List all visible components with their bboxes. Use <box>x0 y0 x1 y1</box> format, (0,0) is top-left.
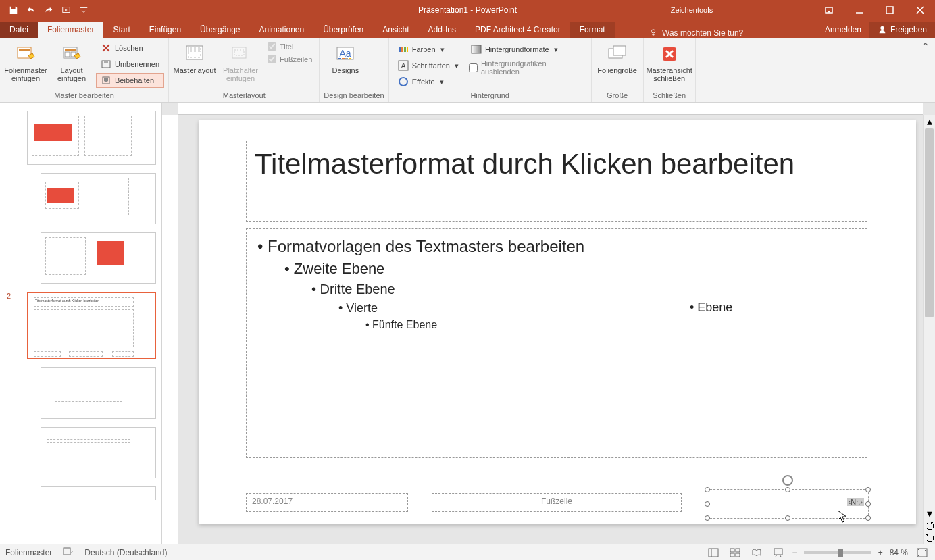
layout-thumbnail-2[interactable] <box>41 232 156 284</box>
title-checkbox[interactable]: Titel <box>265 41 315 52</box>
spell-check-icon[interactable] <box>63 546 74 558</box>
tab-format[interactable]: Format <box>570 22 615 38</box>
window-controls <box>813 0 935 20</box>
content-area: 2 Titelmasterformat durch Klicken bearbe… <box>0 103 935 544</box>
share-button[interactable]: Freigeben <box>869 22 935 38</box>
zoom-in-button[interactable]: + <box>878 548 883 557</box>
insert-layout-button[interactable]: Layout einfügen <box>50 41 93 90</box>
tell-me-search[interactable]: Was möchten Sie tun? <box>649 28 743 38</box>
resize-handle-nw[interactable] <box>705 487 710 492</box>
effects-button[interactable]: Effekte▾ <box>393 74 463 89</box>
scroll-down-button[interactable]: ▾ <box>924 507 935 519</box>
status-language[interactable]: Deutsch (Deutschland) <box>84 548 167 557</box>
layout-thumbnail-4[interactable] <box>41 427 156 478</box>
svg-rect-30 <box>399 47 401 52</box>
footer-placeholder[interactable]: Fußzeile <box>432 493 682 512</box>
vertical-ruler[interactable] <box>162 115 178 544</box>
group-label-background: Hintergrund <box>393 90 587 102</box>
window-title: Präsentation1 - PowerPoint <box>418 5 517 15</box>
slide[interactable]: Titelmasterformat durch Klicken bearbeit… <box>199 120 916 524</box>
background-styles-button[interactable]: Hintergrundformate▾ <box>466 42 587 57</box>
tab-home[interactable]: Start <box>103 22 139 38</box>
ribbon-display-button[interactable] <box>813 0 844 20</box>
tab-insert[interactable]: Einfügen <box>140 22 191 38</box>
slide-size-button[interactable]: Foliengröße <box>596 41 639 90</box>
fonts-button[interactable]: ASchriftarten▾ <box>393 58 463 73</box>
next-slide-button[interactable]: ⭮ <box>924 532 935 544</box>
start-from-beginning-button[interactable] <box>58 2 74 18</box>
zoom-slider-thumb[interactable] <box>838 549 843 557</box>
ribbon-tabs: Datei Folienmaster Start Einfügen Übergä… <box>0 20 935 38</box>
svg-point-36 <box>399 78 407 86</box>
slide-sorter-button[interactable] <box>728 546 742 559</box>
sign-in-link[interactable]: Anmelden <box>817 22 869 38</box>
undo-button[interactable] <box>23 2 39 18</box>
layout-thumbnail-5[interactable] <box>41 486 156 500</box>
normal-view-button[interactable] <box>706 546 721 559</box>
slideshow-button[interactable] <box>771 546 786 559</box>
tab-pdf[interactable]: PDF Architect 4 Creator <box>465 22 570 38</box>
slide-number-text: ‹Nr.› <box>847 498 864 506</box>
zoom-out-button[interactable]: − <box>792 548 797 557</box>
colors-button[interactable]: Farben▾ <box>393 42 463 57</box>
slide-canvas[interactable]: Titelmasterformat durch Klicken bearbeit… <box>178 115 923 544</box>
resize-handle-n[interactable] <box>785 487 790 492</box>
vertical-scrollbar[interactable]: ▴ ▾ ⭯ ⭮ <box>923 115 935 544</box>
svg-rect-11 <box>65 49 76 51</box>
tab-view[interactable]: Ansicht <box>373 22 418 38</box>
prev-slide-button[interactable]: ⭯ <box>924 519 935 532</box>
resize-handle-s[interactable] <box>785 515 790 521</box>
preserve-button[interactable]: Beibehalten <box>96 73 164 88</box>
zoom-level[interactable]: 84 % <box>890 548 908 557</box>
resize-handle-sw[interactable] <box>705 515 710 521</box>
tab-review[interactable]: Überprüfen <box>313 22 373 38</box>
group-label-edit-design: Design bearbeiten <box>324 90 384 102</box>
master-thumbnail-1[interactable] <box>27 111 156 165</box>
date-placeholder[interactable]: 28.07.2017 <box>246 493 408 512</box>
qat-customize-button[interactable] <box>76 2 92 18</box>
close-button[interactable] <box>905 0 935 20</box>
body-level-3: Dritte Ebene <box>311 282 856 297</box>
hide-bg-graphics-checkbox[interactable]: Hintergrundgrafiken ausblenden <box>466 58 587 77</box>
svg-rect-26 <box>338 58 341 59</box>
resize-handle-ne[interactable] <box>865 487 871 492</box>
resize-handle-w[interactable] <box>705 501 710 507</box>
master-layout-button[interactable]: Masterlayout <box>173 41 216 90</box>
maximize-button[interactable] <box>874 0 905 20</box>
close-master-view-button[interactable]: Masteransicht schließen <box>648 41 691 90</box>
thumbnail-pane[interactable]: 2 Titelmasterformat durch Klicken bearbe… <box>0 103 162 544</box>
group-edit-master: Folienmaster einfügen Layout einfügen Lö… <box>0 38 169 102</box>
redo-button[interactable] <box>41 2 57 18</box>
resize-handle-se[interactable] <box>865 515 871 521</box>
zoom-slider[interactable] <box>804 551 871 554</box>
tab-slidemaster[interactable]: Folienmaster <box>38 22 103 38</box>
master-thumbnail-2-selected[interactable]: Titelmasterformat durch Klicken bearbeit… <box>27 292 156 359</box>
tab-animations[interactable]: Animationen <box>249 22 313 38</box>
horizontal-ruler[interactable] <box>178 103 923 115</box>
layout-thumbnail-3[interactable] <box>41 367 156 419</box>
tab-file[interactable]: Datei <box>0 22 38 38</box>
collapse-ribbon-button[interactable]: ⌃ <box>915 38 935 102</box>
delete-button[interactable]: Löschen <box>96 41 164 55</box>
fit-to-window-button[interactable] <box>915 546 930 559</box>
title-placeholder[interactable]: Titelmasterformat durch Klicken bearbeit… <box>246 141 867 222</box>
rename-button[interactable]: Umbenennen <box>96 57 164 72</box>
svg-rect-49 <box>730 553 734 557</box>
scroll-thumb[interactable] <box>925 128 934 317</box>
save-button[interactable] <box>5 2 22 18</box>
layout-thumbnail-1[interactable] <box>41 173 156 224</box>
group-edit-design: Aa Designs Design bearbeiten <box>320 38 388 102</box>
insert-slide-master-button[interactable]: Folienmaster einfügen <box>4 41 47 90</box>
footers-checkbox[interactable]: Fußzeilen <box>265 53 315 65</box>
status-mode[interactable]: Folienmaster <box>5 548 52 557</box>
designs-button[interactable]: Aa Designs <box>324 41 367 90</box>
contextual-tab-label: Zeichentools <box>665 6 719 14</box>
scroll-up-button[interactable]: ▴ <box>924 115 935 127</box>
minimize-button[interactable] <box>844 0 874 20</box>
resize-handle-e[interactable] <box>865 501 871 507</box>
reading-view-button[interactable] <box>749 546 764 559</box>
group-master-layout: Masterlayout Platzhalter einfügen Titel … <box>169 38 320 102</box>
content-placeholder[interactable]: Formatvorlagen des Textmasters bearbeite… <box>246 228 867 458</box>
tab-addins[interactable]: Add-Ins <box>419 22 465 38</box>
tab-transitions[interactable]: Übergänge <box>191 22 249 38</box>
